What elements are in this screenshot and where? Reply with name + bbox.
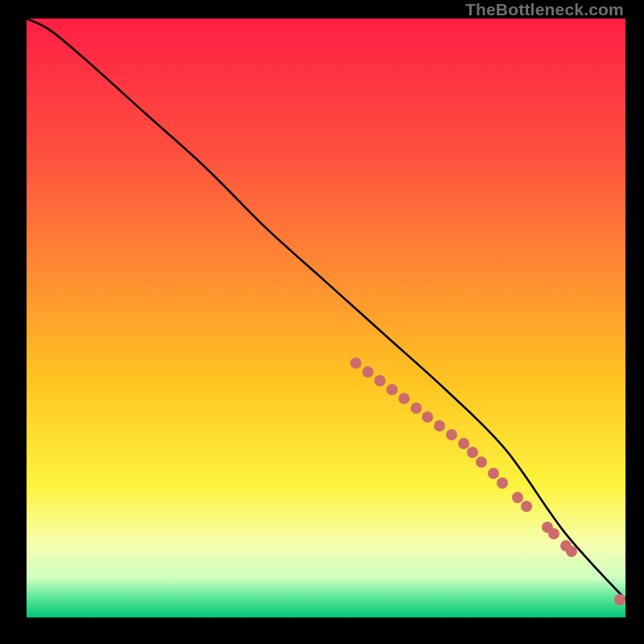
data-marker xyxy=(362,366,374,378)
data-marker xyxy=(614,594,625,605)
data-marker xyxy=(476,456,487,468)
data-marker xyxy=(521,501,532,512)
data-marker xyxy=(434,420,445,431)
chart-stage: TheBottleneck.com xyxy=(0,0,644,644)
data-marker xyxy=(446,429,457,440)
data-marker xyxy=(467,447,478,458)
data-marker xyxy=(566,546,577,557)
data-marker xyxy=(458,438,469,449)
curve-layer xyxy=(27,19,625,617)
data-marker xyxy=(497,477,508,489)
plot-area xyxy=(27,19,625,617)
data-marker xyxy=(350,357,361,369)
data-marker xyxy=(488,468,499,479)
data-marker xyxy=(374,375,386,386)
curve-path xyxy=(27,19,625,600)
data-marker xyxy=(548,528,559,539)
data-marker xyxy=(422,411,433,423)
data-marker xyxy=(411,402,422,414)
data-marker xyxy=(512,492,523,503)
watermark-text: TheBottleneck.com xyxy=(465,0,624,19)
data-marker xyxy=(398,393,410,404)
data-marker xyxy=(386,384,398,395)
